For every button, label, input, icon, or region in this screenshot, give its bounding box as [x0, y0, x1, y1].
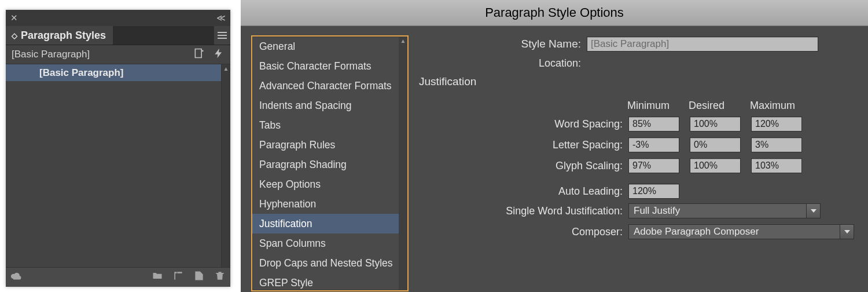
word-spacing-desired[interactable] [690, 116, 741, 132]
collapse-icon[interactable]: ≪ [216, 13, 226, 23]
style-groups-icon[interactable] [152, 270, 163, 284]
glyph-scaling-min[interactable] [628, 158, 679, 173]
chevron-down-icon [806, 204, 820, 218]
sidebar-item-justification[interactable]: Justification [252, 214, 399, 233]
list-item-label: [Basic Paragraph] [39, 67, 124, 79]
sidebar-item-advanced-character-formats[interactable]: Advanced Character Formats [252, 76, 399, 96]
section-title: Justification [419, 75, 854, 88]
panel-scrollbar[interactable]: ▲ [221, 64, 230, 267]
sidebar-item-tabs[interactable]: Tabs [252, 115, 399, 135]
column-headers: Minimum Desired Maximum [627, 100, 854, 112]
letter-spacing-label: Letter Spacing: [419, 139, 623, 151]
svg-text:+: + [178, 275, 181, 280]
location-label: Location: [419, 57, 581, 70]
sidebar-item-indents-and-spacing[interactable]: Indents and Spacing [252, 96, 399, 115]
style-name-label: Style Name: [419, 38, 581, 50]
sidebar-scrollbar[interactable]: ▲ [399, 36, 407, 290]
word-spacing-max[interactable] [751, 116, 802, 132]
auto-leading-field[interactable] [628, 184, 679, 199]
letter-spacing-min[interactable] [628, 137, 679, 152]
glyph-scaling-desired[interactable] [690, 158, 741, 173]
glyph-scaling-max[interactable] [751, 158, 802, 173]
composer-label: Composer: [419, 226, 623, 238]
word-spacing-min[interactable] [628, 116, 679, 132]
sidebar-item-general[interactable]: General [252, 36, 399, 56]
tab-paragraph-styles[interactable]: ◇ Paragraph Styles [6, 26, 113, 45]
quick-apply-icon[interactable] [213, 48, 225, 62]
single-word-label: Single Word Justification: [419, 205, 623, 217]
sidebar-item-basic-character-formats[interactable]: Basic Character Formats [252, 56, 399, 76]
sidebar-item-drop-caps-and-nested-styles[interactable]: Drop Caps and Nested Styles [252, 253, 399, 273]
sidebar-item-paragraph-shading[interactable]: Paragraph Shading [252, 155, 399, 174]
dialog-title: Paragraph Style Options [241, 0, 868, 26]
sidebar-item-grep-style[interactable]: GREP Style [252, 273, 399, 291]
auto-leading-label: Auto Leading: [419, 185, 623, 198]
letter-spacing-max[interactable] [751, 137, 802, 152]
paragraph-styles-panel: ✕ ≪ ◇ Paragraph Styles [Basic Paragraph]… [6, 10, 230, 287]
letter-spacing-desired[interactable] [690, 137, 741, 152]
composer-select[interactable]: Adobe Paragraph Composer [628, 224, 854, 239]
new-style-button-icon[interactable] [193, 270, 205, 284]
single-word-select[interactable]: Full Justify [628, 203, 821, 218]
tab-label: Paragraph Styles [21, 30, 106, 42]
word-spacing-label: Word Spacing: [419, 118, 623, 130]
current-style-label: [Basic Paragraph] [12, 49, 90, 60]
list-item[interactable]: [Basic Paragraph] [6, 64, 221, 81]
panel-footer: + [6, 267, 230, 287]
glyph-scaling-label: Glyph Scaling: [419, 160, 623, 172]
new-style-icon[interactable] [193, 48, 205, 62]
close-icon[interactable]: ✕ [10, 13, 18, 23]
sidebar-item-keep-options[interactable]: Keep Options [252, 174, 399, 194]
sidebar-item-hyphenation[interactable]: Hyphenation [252, 194, 399, 214]
dialog-category-list: GeneralBasic Character FormatsAdvanced C… [251, 35, 409, 291]
sidebar-item-paragraph-rules[interactable]: Paragraph Rules [252, 135, 399, 155]
panel-menu-button[interactable] [214, 26, 230, 45]
chevron-down-icon [840, 225, 854, 239]
sidebar-item-span-columns[interactable]: Span Columns [252, 233, 399, 253]
menu-icon [218, 30, 227, 41]
styles-list: [Basic Paragraph] ▲ [6, 64, 230, 267]
delete-style-icon[interactable] [214, 270, 226, 284]
panel-header-row: [Basic Paragraph] [6, 45, 230, 64]
tab-indicator-icon: ◇ [12, 31, 17, 40]
style-name-field [587, 36, 818, 52]
cc-libraries-icon[interactable] [10, 270, 22, 284]
clear-overrides-icon[interactable]: + [172, 270, 184, 284]
panel-top-bar: ✕ ≪ [6, 10, 230, 26]
paragraph-style-options-dialog: Paragraph Style Options GeneralBasic Cha… [241, 0, 868, 292]
